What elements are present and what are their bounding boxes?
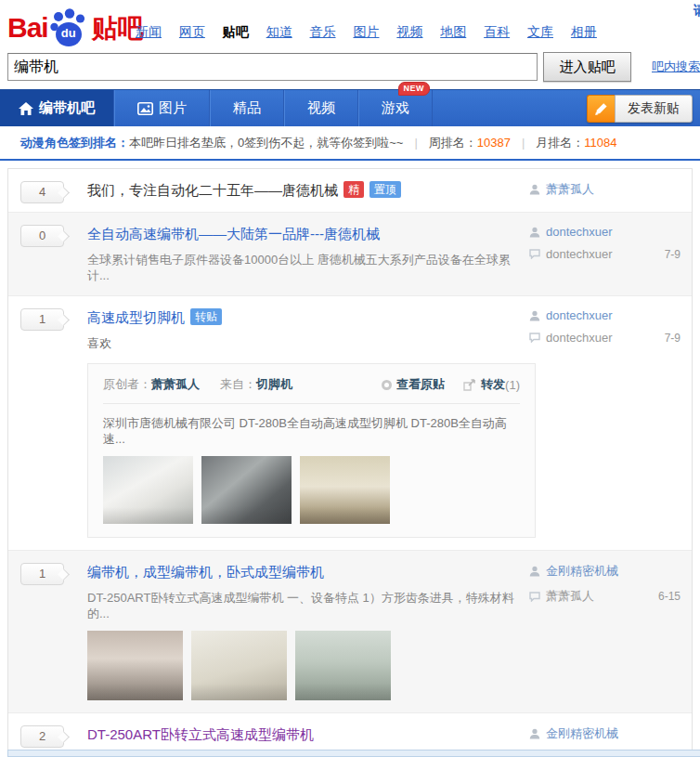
thread-title-link[interactable]: 全自动高速编带机——大陆第一品牌---唐德机械 [87,226,380,241]
good-thread-badge: 精 [344,181,364,198]
thumbnail-image[interactable] [300,456,390,524]
tab-games-label: 游戏 [382,99,409,117]
thread-row: 4 我们，专注自动化二十五年——唐德机械精置顶 萧萧孤人 [8,169,692,213]
nav-link-baike[interactable]: 百科 [484,24,510,39]
origin-forum-link[interactable]: 切脚机 [256,377,292,391]
sticky-badge: 置顶 [369,181,401,198]
inner-search-link[interactable]: 吧内搜索 [652,59,700,75]
thumbnail-image[interactable] [191,631,287,700]
origin-forum-label: 来自： [220,377,256,391]
month-rank-value: 11084 [584,136,616,150]
view-original-icon [382,380,392,390]
quoted-preview-text: 深圳市唐德机械有限公司 DT-280B全自动高速成型切脚机 DT-280B全自动… [103,415,520,447]
baidu-tieba-logo[interactable]: Bai du 贴吧 [7,7,144,46]
thread-author-link[interactable]: 金刚精密机械 [546,725,618,742]
reply-count-bubble[interactable]: 2 [20,725,64,748]
repost-badge: 转贴 [190,308,222,325]
tab-best-label: 精品 [233,99,261,117]
sign-in-notice-bar: 动漫角色签到排名： 本吧昨日排名垫底，0签到伤不起，就等你签到啦~~ | 周排名… [0,126,700,161]
last-reply-date: 6-15 [658,590,681,603]
thumbnail-image[interactable] [87,631,183,700]
author-icon [529,184,540,195]
new-badge: NEW [398,82,431,96]
thread-title-link[interactable]: 高速成型切脚机 [87,309,185,325]
nav-link-zhidao[interactable]: 知道 [266,24,292,39]
post-new-thread-button[interactable]: 发表新贴 [587,95,693,123]
tab-video[interactable]: 视频 [284,90,358,126]
post-new-thread-label: 发表新贴 [615,95,693,123]
thread-title-link[interactable]: 我们，专注自动化二十五年——唐德机械 [87,182,338,198]
reply-count-bubble[interactable]: 4 [20,181,64,203]
logo-text-bai: Bai [7,9,48,46]
baidu-paw-icon: du [49,7,88,48]
tab-forum-home[interactable]: 编带机吧 [0,90,114,126]
last-replier: dontechxuer [546,331,613,345]
nav-link-tieba-current[interactable]: 贴吧 [223,24,249,39]
author-icon [529,310,540,321]
last-reply-date: 7-9 [665,332,681,345]
thread-author-link[interactable]: 萧萧孤人 [546,181,594,198]
nav-link-images[interactable]: 图片 [353,24,379,39]
horizontal-scrollbar[interactable] [7,750,700,757]
nav-link-music[interactable]: 音乐 [310,24,336,39]
thread-row: 1 编带机，成型编带机，卧式成型编带机 DT-250ART卧转立式高速成型编带机… [8,551,692,713]
nav-link-video[interactable]: 视频 [396,24,422,39]
forward-button[interactable]: 转发(1) [463,376,520,393]
tab-forum-home-label: 编带机吧 [39,99,95,117]
thread-author-link[interactable]: dontechxuer [546,225,613,239]
tab-pictures-label: 图片 [159,99,187,117]
reply-count-bubble[interactable]: 1 [20,563,64,585]
repost-quote-box: 原创者：萧萧孤人 来自：切脚机 查看原贴 [87,363,536,538]
divider [103,403,520,404]
last-replier: 萧萧孤人 [546,588,594,605]
nav-link-maps[interactable]: 地图 [440,24,466,39]
thread-preview-text: 全球累计销售电子原件器设备10000台以上 唐德机械五大系列产品设备在全球累计.… [87,252,520,283]
reply-icon [529,249,540,259]
pencil-icon [587,95,615,123]
home-icon [19,102,33,115]
reply-icon [529,592,540,602]
thumbnail-image[interactable] [201,456,292,524]
thread-preview-text: DT-250ART卧转立式高速成型编带机 一、设备特点 1）方形齿条进具，特殊材… [87,590,520,621]
forum-nav-bar: 编带机吧 图片 精品 视频 游戏 NEW [0,89,700,126]
picture-icon [137,102,153,115]
sign-rank-link[interactable]: 动漫角色签到排名： [20,135,129,151]
nav-link-album[interactable]: 相册 [571,24,597,39]
reply-count-bubble[interactable]: 0 [20,225,64,247]
nav-link-news[interactable]: 新闻 [136,24,162,39]
nav-link-web[interactable]: 网页 [179,24,205,39]
thread-title-link[interactable]: 编带机，成型编带机，卧式成型编带机 [87,564,324,580]
last-reply-date: 7-9 [665,248,681,261]
thread-title-link[interactable]: DT-250ART卧转立式高速成型编带机 [87,726,314,742]
top-navigation: 新闻 网页 贴吧 知道 音乐 图片 视频 地图 百科 文库 相册 [136,24,611,41]
tab-pictures[interactable]: 图片 [114,90,210,126]
sign-rank-text: 本吧昨日排名垫底，0签到伤不起，就等你签到啦~~ [129,135,403,151]
last-replier: dontechxuer [546,247,613,261]
author-icon [529,566,540,577]
tab-video-label: 视频 [307,99,335,117]
week-rank-value: 10387 [477,136,511,150]
thread-author-link[interactable]: 金刚精密机械 [546,563,618,580]
page-header: Bai du 贴吧 新闻 网页 贴吧 知道 音乐 图片 视频 地图 百科 文库 … [0,0,700,89]
reply-count-bubble[interactable]: 1 [20,308,64,331]
origin-author-link[interactable]: 萧萧孤人 [151,376,200,393]
author-icon [529,227,540,238]
enter-tieba-button[interactable]: 进入贴吧 [543,52,631,82]
tab-best[interactable]: 精品 [210,90,284,126]
divider: | [522,136,525,150]
origin-author-label: 原创者： [103,376,151,393]
nav-link-wenku[interactable]: 文库 [527,24,553,39]
author-icon [529,728,540,739]
view-original-button[interactable]: 查看原贴 [382,376,445,393]
thumbnail-image[interactable] [103,456,193,524]
tab-games[interactable]: 游戏 NEW [358,90,433,126]
thumbnail-image[interactable] [295,631,391,700]
logo-text-du: du [57,23,81,43]
thread-comment-text: 喜欢 [87,335,520,352]
search-input[interactable] [7,53,538,81]
search-bar: 进入贴吧 吧内搜索 [7,52,700,82]
top-right-partial-text[interactable]: 请 [694,3,700,20]
thread-author-link[interactable]: dontechxuer [546,308,613,322]
divider: | [414,136,417,150]
reply-icon [529,333,540,343]
